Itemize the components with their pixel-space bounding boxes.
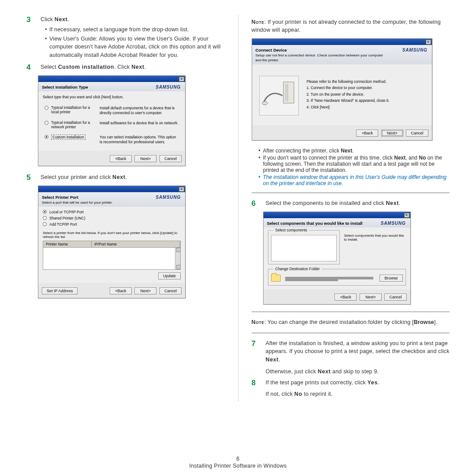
action-no: No bbox=[419, 155, 426, 161]
window-title: Select Installation Type bbox=[42, 85, 88, 89]
samsung-logo: SAMSUNG bbox=[156, 195, 181, 200]
text: After the installation is finished, a wi… bbox=[266, 340, 450, 355]
connect-step: 1. Connect the device to your computer. bbox=[307, 85, 390, 91]
destination-path bbox=[285, 277, 373, 279]
step-number: 6 bbox=[252, 199, 259, 208]
text: . bbox=[67, 16, 69, 22]
action-next: Next bbox=[266, 357, 279, 363]
window-title: Select components that you would like to… bbox=[267, 221, 363, 226]
bullet: View User's Guide: Allows you to view th… bbox=[45, 35, 225, 60]
text: to reprint it. bbox=[302, 391, 333, 397]
text: . bbox=[378, 379, 379, 386]
back-button[interactable]: <Back bbox=[356, 130, 378, 137]
dest-label: Change Destination Folder bbox=[274, 267, 322, 271]
radio-local-tcpip[interactable]: Local or TCP/IP Port bbox=[43, 209, 181, 216]
printer-port-window: × Select Printer Port Select a port that… bbox=[38, 186, 186, 298]
radio-add-tcpip[interactable]: Add TCP/IP Port bbox=[43, 222, 181, 228]
set-ip-button[interactable]: Set IP Address bbox=[42, 287, 78, 294]
next-button[interactable]: Next> bbox=[360, 294, 382, 301]
window-subtitle: Select type that you want and click [Nex… bbox=[43, 95, 181, 99]
action-next: Next bbox=[394, 155, 405, 161]
scrollbar[interactable] bbox=[175, 248, 180, 269]
step-4: 4 Select Custom installation. Click Next… bbox=[26, 63, 225, 72]
separator bbox=[252, 333, 450, 333]
svg-point-3 bbox=[262, 101, 268, 105]
text: Select your printer and click bbox=[41, 174, 112, 180]
update-button[interactable]: Update bbox=[158, 272, 181, 279]
bullet: After connecting the printer, click Next… bbox=[259, 148, 450, 154]
step-7: 7 After the installation is finished, a … bbox=[252, 339, 450, 376]
text: . bbox=[145, 64, 146, 70]
text: . Click bbox=[114, 64, 131, 70]
connect-step: 4. Click [Next] bbox=[307, 104, 390, 110]
text: . bbox=[279, 357, 280, 363]
step-number: 3 bbox=[26, 15, 33, 24]
step-5: 5 Select your printer and click Next. bbox=[26, 173, 225, 182]
printer-list[interactable] bbox=[43, 248, 181, 270]
radio-label: Local or TCP/IP Port bbox=[49, 209, 84, 216]
right-column: Note: If your printer is not already con… bbox=[252, 15, 450, 401]
radio-label: Typical installation for a network print… bbox=[51, 120, 95, 129]
close-icon[interactable]: × bbox=[404, 213, 409, 218]
step-number: 7 bbox=[252, 339, 259, 348]
text: and skip to step 9. bbox=[331, 368, 379, 375]
next-button[interactable]: Next> bbox=[134, 287, 156, 294]
cancel-button[interactable]: Cancel bbox=[384, 294, 406, 301]
action-next: Next bbox=[318, 368, 331, 375]
left-column: 3 Click Next. If necessary, select a lan… bbox=[26, 15, 225, 401]
back-button[interactable]: <Back bbox=[110, 287, 132, 294]
radio-typical-network[interactable]: Typical installation for a network print… bbox=[45, 120, 95, 129]
select-components-window: × Select components that you would like … bbox=[263, 212, 411, 305]
close-icon[interactable]: × bbox=[426, 40, 431, 45]
radio-shared-unc[interactable]: Shared Printer (UNC) bbox=[43, 216, 181, 222]
text: If not, click bbox=[266, 391, 294, 397]
note-text: : You can change the desired installatio… bbox=[264, 319, 414, 325]
action-no: No bbox=[294, 391, 302, 397]
samsung-logo: SAMSUNG bbox=[402, 48, 428, 52]
text: Otherwise, just click bbox=[266, 368, 318, 375]
separator bbox=[252, 312, 450, 312]
browse-ref: Browse bbox=[414, 319, 434, 325]
step-6: 6 Select the components to be installed … bbox=[252, 199, 450, 208]
titlebar: × bbox=[252, 39, 432, 45]
window-subtitle: Setup can not find a connected device. C… bbox=[256, 53, 383, 63]
radio-label: Shared Printer (UNC) bbox=[49, 216, 85, 222]
folder-icon bbox=[271, 275, 281, 282]
radio-desc: Install default components for a device … bbox=[100, 105, 179, 115]
separator bbox=[252, 193, 450, 193]
connect-step: 3. If "New Hardware Wizard" is appeared,… bbox=[307, 97, 390, 104]
next-button[interactable]: Next> bbox=[134, 155, 156, 162]
close-icon[interactable]: × bbox=[179, 77, 184, 82]
radio-custom[interactable]: Custom installation bbox=[45, 134, 95, 140]
note-label: Note bbox=[252, 319, 264, 325]
note-browse: Note: You can change the desired install… bbox=[252, 318, 450, 326]
step-number: 8 bbox=[252, 379, 259, 387]
cancel-button[interactable]: Cancel bbox=[160, 287, 182, 294]
page-footer: 6 Installing Printer Software in Windows bbox=[0, 456, 476, 469]
action-next: Next bbox=[341, 148, 352, 154]
next-button[interactable]: Next> bbox=[381, 130, 403, 137]
connect-intro: Please refer to the following connection… bbox=[307, 78, 390, 85]
browse-button[interactable]: Browse bbox=[379, 275, 402, 282]
action-next: Next bbox=[386, 200, 399, 206]
back-button[interactable]: <Back bbox=[110, 155, 132, 162]
svg-rect-1 bbox=[285, 84, 286, 101]
samsung-logo: SAMSUNG bbox=[156, 85, 181, 89]
text: . bbox=[399, 200, 401, 206]
step-number: 4 bbox=[26, 63, 33, 72]
note-text: ]. bbox=[434, 319, 437, 325]
components-list[interactable] bbox=[271, 235, 337, 261]
radio-label: Custom installation bbox=[51, 134, 86, 140]
titlebar: × bbox=[38, 186, 185, 192]
back-button[interactable]: <Back bbox=[335, 294, 357, 301]
cancel-button[interactable]: Cancel bbox=[406, 130, 428, 137]
group-label: Select components bbox=[274, 228, 309, 232]
radio-desc: Install softwares for a device that is o… bbox=[100, 120, 178, 126]
bullet: If necessary, select a language from the… bbox=[45, 26, 225, 34]
radio-typical-local[interactable]: Typical installation for a local printer bbox=[45, 105, 95, 114]
hint-text: Select a printer from the list below. If… bbox=[43, 231, 181, 239]
cancel-button[interactable]: Cancel bbox=[160, 155, 182, 162]
install-type-window: × Select Installation Type SAMSUNG Selec… bbox=[38, 75, 186, 166]
close-icon[interactable]: × bbox=[179, 187, 184, 192]
opt-custom: Custom installation bbox=[58, 64, 114, 70]
